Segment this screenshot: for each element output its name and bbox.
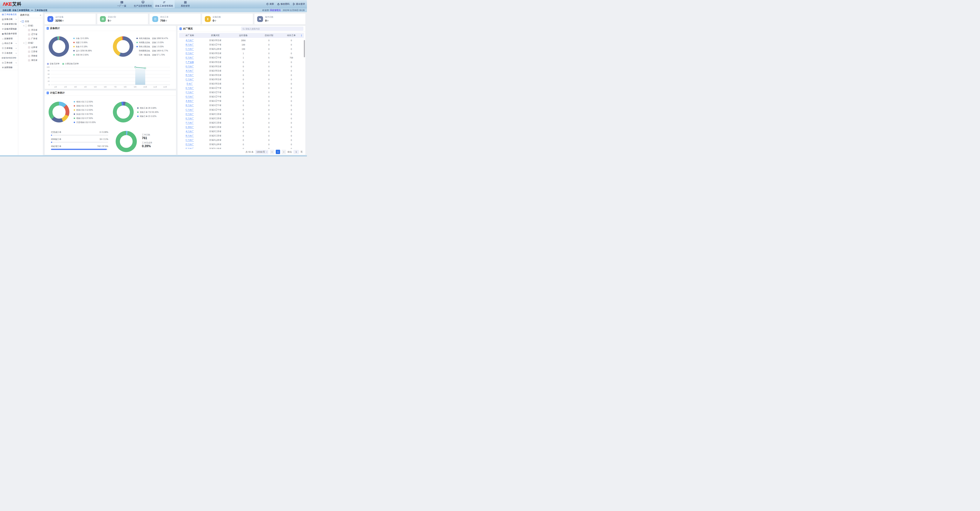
sidebar-item-设备完好状态评价[interactable]: 设备完好状态评价 [0, 56, 18, 61]
search-input[interactable] [245, 28, 302, 30]
plant-link[interactable]: A 净水厂 [186, 100, 194, 102]
legend-item[interactable]: 维保计划 2 12.50% [74, 100, 95, 104]
legend-item[interactable]: 月度维修计划 0 0.00% [74, 120, 95, 125]
tree-node-全选[interactable]: ▾ ✓ 全选 [19, 19, 43, 24]
plant-link[interactable]: B 污水厂 [186, 74, 194, 77]
tree-node-山东省[interactable]: 山东省 [19, 45, 43, 50]
tab-equipment-workorder-system[interactable]: 设备工单管理系统 [153, 0, 175, 8]
tree-node-广东省[interactable]: 广东省 [19, 37, 43, 41]
legend-item[interactable]: 维修计划 6 37.50% [74, 116, 95, 120]
plant-link[interactable]: E 污水厂 [186, 87, 194, 89]
logout-button[interactable]: 退出登录 [293, 3, 305, 5]
legend-item[interactable]: 设备完好率 [47, 62, 60, 65]
legend-item[interactable]: 运行 3256 96.88% [73, 49, 92, 53]
column-header-所属片区[interactable]: 所属片区 [200, 34, 230, 37]
plant-link[interactable]: F 产业园 [186, 61, 194, 64]
sidebar-item-工单分析[interactable]: ◎工单分析 [0, 61, 18, 65]
legend-item[interactable]: 报废 2 0.06% [73, 40, 92, 45]
tree-node-辽宁省[interactable]: 辽宁省 [19, 32, 43, 37]
refresh-button[interactable]: 刷新 [266, 3, 274, 5]
current-user-link[interactable]: 系统管理员 [270, 9, 281, 11]
sidebar-item-备品备件管理[interactable]: ▣备品备件管理 [0, 31, 18, 36]
plant-link[interactable]: B 污水厂 [186, 134, 194, 137]
legend-item[interactable]: 热备 6 0.18% [73, 45, 92, 49]
plant-link[interactable]: E 污水厂 [186, 147, 194, 149]
checkbox[interactable] [28, 46, 30, 48]
plant-link[interactable]: G 净水厂 [186, 126, 194, 129]
sidebar-item-工单审核[interactable]: ☲工单审核 [0, 46, 18, 51]
legend-item[interactable]: A类关键设备、设施 1898 56.47% [137, 36, 168, 40]
sidebar-item-设备闲置报废[interactable]: ⊘设备闲置报废 [0, 27, 18, 32]
checkbox[interactable]: ✓ [22, 21, 24, 22]
sidebar-item-故障报修[interactable]: ⚒故障报修 [0, 65, 18, 70]
plant-link[interactable]: B 污水厂 [186, 104, 194, 107]
plant-link[interactable]: D 污水厂 [186, 52, 194, 55]
plant-link[interactable]: A 污水厂 [186, 130, 194, 133]
legend-item[interactable]: 冷备 13 0.39% [73, 36, 92, 40]
checkbox[interactable] [25, 42, 27, 44]
bottom-scrollbar[interactable] [0, 155, 307, 156]
tree-node-河北省[interactable]: 河北省 [19, 28, 43, 32]
plant-link[interactable]: G 污水厂 [186, 65, 194, 68]
legend-item[interactable]: 主要设备完好率 [62, 62, 79, 65]
current-page-button[interactable]: 1 [276, 150, 280, 154]
legend-item[interactable]: 闲置 84 2.50% [73, 53, 92, 57]
sidebar-item-设备台账[interactable]: ▥设备台账 [0, 17, 18, 22]
checkbox[interactable] [28, 34, 30, 35]
prev-page-button[interactable]: ‹ [270, 150, 274, 154]
legend-item[interactable]: A类重点设备、设施 1 0.03% [137, 40, 168, 45]
column-settings-icon[interactable]: ⋮ [300, 34, 302, 37]
legend-item[interactable]: B类重要设备、设施 1404 41.77% [137, 49, 168, 53]
legend-item[interactable]: 巡检工单 710 93.30% [137, 110, 159, 114]
sidebar-item-工单历史[interactable]: ☰工单历史 [0, 51, 18, 56]
checkbox[interactable] [25, 25, 27, 27]
sidebar-item-待办工单[interactable]: ◷待办工单 [0, 41, 18, 46]
goto-page-input[interactable]: 1 [293, 150, 299, 154]
legend-item[interactable]: 巡检计划 3 18.75% [74, 104, 95, 108]
tree-node-河南省[interactable]: 河南省 [19, 54, 43, 58]
column-header-水厂名称[interactable]: 水厂名称 [179, 34, 200, 37]
plant-link[interactable]: E 污水厂 [186, 56, 194, 59]
legend-item[interactable]: 更新计划 2 12.50% [74, 108, 95, 112]
table-scrollbar[interactable] [304, 40, 305, 57]
sidebar-item-设施管理[interactable]: ⌂设施管理 [0, 36, 18, 41]
plant-link[interactable]: G 污水厂 [186, 95, 194, 98]
tree-node-湖北省[interactable]: 湖北省 [19, 58, 43, 62]
tab-one-plant-one-policy[interactable]: 一厂一策 [111, 0, 132, 8]
column-header-启动计划[interactable]: 启动计划 [256, 34, 281, 37]
plant-link[interactable]: A 污水厂 [186, 39, 194, 42]
checkbox[interactable] [28, 55, 30, 57]
next-page-button[interactable]: › [282, 150, 286, 154]
legend-item[interactable]: 技改计划 3 18.75% [74, 112, 95, 116]
change-password-button[interactable]: 修改密码 [277, 3, 290, 5]
plant-link[interactable]: D 污水厂 [186, 143, 194, 146]
plant-link[interactable]: C 污水厂 [186, 109, 194, 111]
tree-node-区域2[interactable]: ▾ 区域2 [19, 41, 43, 45]
legend-item[interactable]: 维保工单 28 3.68% [137, 106, 159, 110]
plant-link[interactable]: F 污水厂 [186, 121, 194, 124]
plant-link[interactable]: C 污水厂 [186, 78, 194, 81]
collapse-panel-icon[interactable]: « [40, 14, 41, 16]
checkbox[interactable] [28, 59, 30, 61]
legend-item[interactable]: 维修工单 23 3.02% [137, 114, 159, 118]
tree-node-江苏省[interactable]: 江苏省 [19, 50, 43, 54]
plant-link[interactable]: B 污水厂 [186, 43, 194, 46]
legend-item[interactable]: C类一般设备、设施 57 1.70% [137, 53, 168, 57]
tab-system-management[interactable]: 系统管理 [175, 0, 196, 8]
plant-link[interactable]: A 污水厂 [186, 69, 194, 72]
tab-production-operation-system[interactable]: 生产运营管理系统 [132, 0, 153, 8]
plant-link[interactable]: C 污水厂 [186, 139, 194, 142]
sidebar-item-工单设备总览[interactable]: ▤工单设备总览 [0, 12, 18, 17]
sidebar-item-设备管理计划[interactable]: ⚙设备管理计划 [0, 22, 18, 27]
plant-link[interactable]: D 污水厂 [186, 113, 194, 116]
column-header-运行设备[interactable]: 运行设备 [230, 34, 256, 37]
column-header-待办工单[interactable]: 待办工单 [281, 34, 301, 37]
page-size-select[interactable]: 100条/页 [255, 150, 268, 154]
checkbox[interactable] [28, 51, 30, 53]
plant-link[interactable]: F 污水厂 [186, 91, 194, 94]
checkbox[interactable] [28, 29, 30, 31]
plant-link[interactable]: C 污水厂 [186, 48, 194, 50]
tree-node-区域1[interactable]: ▾ 区域1 [19, 24, 43, 28]
plant-link[interactable]: D 水厂 [186, 82, 193, 85]
plant-link[interactable]: E 污水厂 [186, 117, 194, 120]
